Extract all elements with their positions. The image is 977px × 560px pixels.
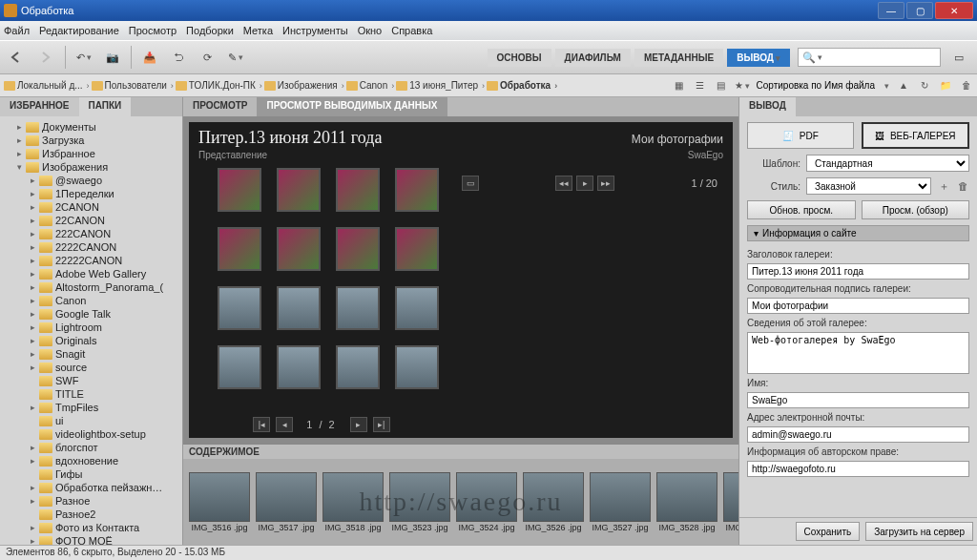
preview-tab[interactable]: ПРОСМОТР ВЫВОДИМЫХ ДАННЫХ bbox=[257, 97, 447, 116]
tree-item[interactable]: ▸Canon bbox=[2, 294, 180, 307]
breadcrumb-item[interactable]: Обработка› bbox=[487, 80, 557, 91]
sort-label[interactable]: Сортировка по Имя файла bbox=[757, 80, 875, 91]
gallery-thumb[interactable] bbox=[277, 227, 321, 271]
trash-icon[interactable]: 🗑 bbox=[960, 79, 973, 93]
breadcrumb-item[interactable]: ТОЛИК.Дон-ПК› bbox=[176, 80, 262, 91]
filmstrip-item[interactable]: IMG_3526 .jpg bbox=[523, 472, 584, 533]
about-textarea[interactable]: Web-фотогалерея by SwaEgo bbox=[747, 332, 969, 374]
filmstrip-item[interactable]: IMG_3527 .jpg bbox=[590, 472, 651, 533]
filmstrip-thumb[interactable] bbox=[656, 472, 717, 522]
filmstrip-thumb[interactable] bbox=[389, 472, 450, 522]
filmstrip-item[interactable]: IMG_3517 .jpg bbox=[256, 472, 317, 533]
gallery-thumb[interactable] bbox=[277, 168, 321, 212]
breadcrumb-item[interactable]: 13 июня_Питер› bbox=[396, 80, 485, 91]
tree-item[interactable]: ▸Adobe Web Gallery bbox=[2, 267, 180, 280]
tree-caret-icon[interactable]: ▸ bbox=[29, 456, 36, 466]
menu-Инструменты[interactable]: Инструменты bbox=[282, 25, 348, 36]
tree-caret-icon[interactable]: ▸ bbox=[29, 309, 36, 319]
nav-back-button[interactable] bbox=[8, 47, 29, 68]
star-filter-icon[interactable]: ★▾ bbox=[736, 79, 749, 93]
filmstrip-thumb[interactable] bbox=[189, 472, 250, 522]
tree-caret-icon[interactable]: ▸ bbox=[29, 202, 36, 212]
tree-item[interactable]: SWF bbox=[2, 374, 180, 387]
close-button[interactable]: ✕ bbox=[935, 2, 973, 19]
tree-item[interactable]: ▸Избранное bbox=[2, 147, 180, 160]
tree-item[interactable]: ▸блогспот bbox=[2, 441, 180, 454]
tree-item[interactable]: ▸Google Talk bbox=[2, 307, 180, 321]
view-tab-ОСНОВЫ[interactable]: ОСНОВЫ bbox=[488, 49, 551, 67]
menu-Окно[interactable]: Окно bbox=[358, 25, 383, 36]
last-page-button[interactable]: ▸| bbox=[373, 417, 390, 432]
tree-item[interactable]: Гифы bbox=[2, 467, 180, 481]
refine-button[interactable]: ⟳ bbox=[197, 47, 218, 68]
menu-Подборки[interactable]: Подборки bbox=[186, 25, 234, 36]
output-tab[interactable]: ВЫВОД bbox=[739, 97, 796, 116]
filmstrip-item[interactable]: IMG_3516 .jpg bbox=[189, 472, 250, 533]
menu-Просмотр[interactable]: Просмотр bbox=[129, 25, 177, 36]
tree-item[interactable]: ▸22222CANON bbox=[2, 254, 180, 267]
tree-item[interactable]: ▸Originals bbox=[2, 334, 180, 347]
sort-asc-icon[interactable]: ▲ bbox=[897, 79, 910, 93]
filmstrip-thumb[interactable] bbox=[322, 472, 384, 522]
breadcrumb-item[interactable]: Пользователи› bbox=[92, 80, 174, 91]
tree-item[interactable]: ▾Изображения bbox=[2, 160, 180, 174]
tree-caret-icon[interactable]: ▸ bbox=[29, 523, 36, 532]
menu-Редактирование[interactable]: Редактирование bbox=[39, 25, 119, 36]
recent-button[interactable]: ↶▾ bbox=[73, 47, 94, 68]
left-tab-ИЗБРАННОЕ[interactable]: ИЗБРАННОЕ bbox=[0, 97, 79, 116]
view-details-icon[interactable]: ☰ bbox=[694, 79, 707, 93]
menu-Справка[interactable]: Справка bbox=[391, 25, 432, 36]
gallery-view-label[interactable]: Представление bbox=[198, 150, 267, 160]
tree-item[interactable]: ▸TmpFiles bbox=[2, 401, 180, 414]
tree-item[interactable]: ▸2222CANON bbox=[2, 240, 180, 254]
gallery-thumb[interactable] bbox=[336, 227, 380, 271]
breadcrumb-item[interactable]: Локальный д...› bbox=[4, 80, 90, 91]
tree-caret-icon[interactable]: ▸ bbox=[29, 322, 36, 332]
gallery-thumb[interactable] bbox=[218, 168, 261, 212]
breadcrumb-item[interactable]: Изображения› bbox=[264, 80, 344, 91]
edit-button[interactable]: ✎▾ bbox=[225, 47, 246, 68]
preview-tab[interactable]: ПРОСМОТР bbox=[183, 97, 257, 116]
tree-item[interactable]: ▸Altostorm_Panorama_( bbox=[2, 280, 180, 294]
gallery-title-input[interactable] bbox=[747, 263, 969, 280]
tree-caret-icon[interactable]: ▸ bbox=[29, 242, 36, 252]
boomerang-button[interactable]: ⮌ bbox=[168, 47, 189, 68]
tree-item[interactable]: ▸source bbox=[2, 361, 180, 374]
gallery-thumb[interactable] bbox=[336, 345, 380, 389]
style-select[interactable]: Заказной bbox=[806, 177, 931, 195]
delete-style-icon[interactable]: 🗑 bbox=[956, 179, 969, 193]
left-tab-ПАПКИ[interactable]: ПАПКИ bbox=[79, 97, 132, 116]
slideshow-button[interactable]: ▭ bbox=[462, 176, 479, 191]
tree-caret-icon[interactable]: ▸ bbox=[29, 229, 36, 239]
tree-caret-icon[interactable]: ▾ bbox=[15, 162, 23, 172]
img-next-button[interactable]: ▸▸ bbox=[597, 176, 614, 191]
tree-item[interactable]: ▸@swaego bbox=[2, 174, 180, 187]
breadcrumb-item[interactable]: Canon› bbox=[346, 80, 394, 91]
refresh-preview-button[interactable]: Обнов. просм. bbox=[747, 200, 856, 219]
filmstrip-item[interactable]: IMG_3524 .jpg bbox=[456, 472, 517, 533]
tree-caret-icon[interactable]: ▸ bbox=[29, 282, 36, 292]
tree-item[interactable]: videolightbox-setup bbox=[2, 427, 180, 441]
gallery-thumb[interactable] bbox=[218, 345, 261, 389]
upload-button[interactable]: Загрузить на сервер bbox=[865, 522, 973, 541]
view-grid-icon[interactable]: ▦ bbox=[673, 79, 686, 93]
email-input[interactable] bbox=[747, 426, 969, 443]
tree-caret-icon[interactable]: ▸ bbox=[29, 403, 36, 412]
tree-caret-icon[interactable]: ▸ bbox=[29, 269, 36, 279]
img-prev-button[interactable]: ◂◂ bbox=[555, 176, 572, 191]
tree-caret-icon[interactable]: ▸ bbox=[29, 363, 36, 372]
gallery-thumb[interactable] bbox=[218, 227, 261, 271]
template-select[interactable]: Стандартная bbox=[806, 155, 969, 172]
tree-caret-icon[interactable]: ▸ bbox=[29, 536, 36, 545]
tree-caret-icon[interactable]: ▸ bbox=[29, 496, 36, 506]
minimize-button[interactable]: — bbox=[878, 2, 904, 19]
tree-caret-icon[interactable]: ▸ bbox=[29, 176, 36, 185]
gallery-thumb[interactable] bbox=[395, 286, 439, 330]
tree-caret-icon[interactable]: ▸ bbox=[29, 483, 36, 492]
filmstrip-thumb[interactable] bbox=[456, 472, 517, 522]
tree-item[interactable]: ▸2CANON bbox=[2, 200, 180, 214]
gallery-thumb[interactable] bbox=[395, 168, 439, 212]
maximize-button[interactable]: ▢ bbox=[906, 2, 933, 19]
tree-caret-icon[interactable]: ▸ bbox=[29, 336, 36, 345]
filmstrip-thumb[interactable] bbox=[723, 472, 738, 522]
